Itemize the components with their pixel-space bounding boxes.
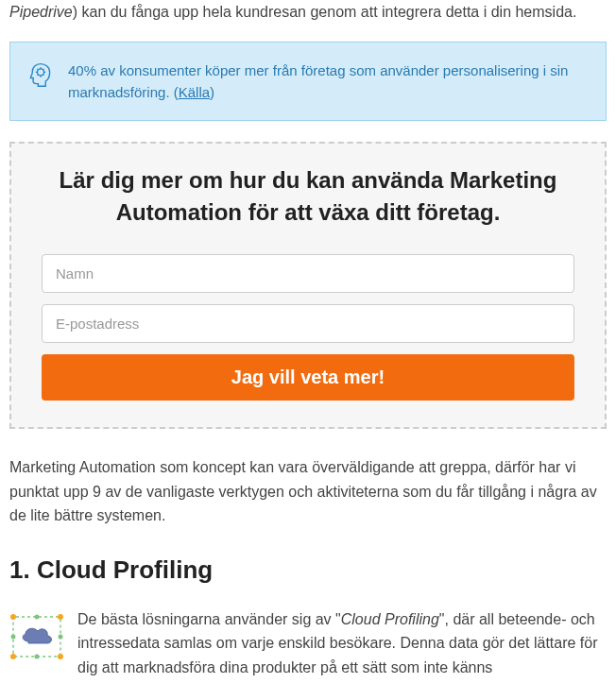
svg-point-16 [11,634,16,639]
svg-line-5 [38,68,39,69]
intro-paragraph: Pipedrive) kan du fånga upp hela kundres… [9,0,607,25]
section-text-before: De bästa lösningarna använder sig av " [77,611,341,627]
form-heading: Lär dig mer om hur du kan använda Market… [42,164,574,228]
intro-italic: Pipedrive [9,4,73,20]
svg-point-0 [38,68,44,75]
svg-point-14 [35,614,40,619]
section-italic-term: Cloud Profiling [341,611,439,627]
signup-form: Lär dig mer om hur du kan använda Market… [9,142,607,429]
cloud-profiling-icon [9,613,64,660]
svg-line-6 [43,74,43,75]
svg-point-10 [10,614,16,620]
svg-point-17 [59,634,63,639]
callout-box: 40% av konsumenter köper mer från företa… [9,42,607,122]
callout-text-after: ) [210,84,214,100]
section-paragraph: De bästa lösningarna använder sig av "Cl… [77,607,607,680]
callout-text-before: 40% av konsumenter köper mer från företa… [68,62,568,100]
intro-rest: ) kan du fånga upp hela kundresan genom … [73,4,577,20]
svg-point-12 [10,654,16,659]
svg-point-13 [58,654,63,659]
head-gear-icon [27,61,54,88]
submit-button[interactable]: Jag vill veta mer! [42,354,574,401]
middle-paragraph: Marketing Automation som koncept kan var… [9,455,607,528]
email-input[interactable] [42,304,574,343]
section-heading: 1. Cloud Profiling [9,551,607,590]
name-input[interactable] [42,254,574,293]
svg-point-15 [35,654,40,658]
svg-line-8 [43,68,43,69]
svg-line-7 [38,74,39,75]
callout-source-link[interactable]: Källa [179,84,210,100]
svg-point-11 [58,614,63,620]
callout-text: 40% av konsumenter köper mer från företa… [68,60,589,104]
section-row: De bästa lösningarna använder sig av "Cl… [9,607,607,680]
